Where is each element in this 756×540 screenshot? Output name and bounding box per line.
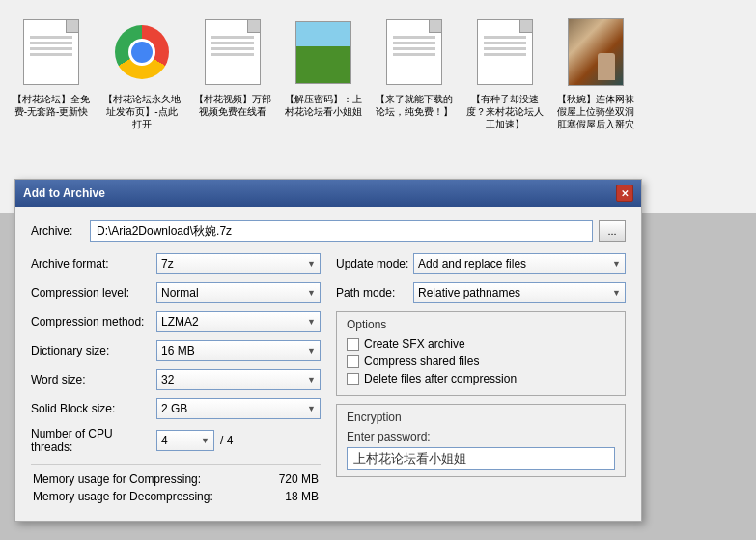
dictionary-size-row: Dictionary size: 16 MB ▼ bbox=[31, 340, 321, 361]
compression-method-select[interactable]: LZMA2 ▼ bbox=[156, 311, 321, 332]
cpu-threads-arrow: ▼ bbox=[201, 436, 210, 445]
icon-label-6: 【有种子却没速度？来村花论坛人工加速】 bbox=[465, 93, 545, 130]
compress-shared-label: Compress shared files bbox=[364, 355, 479, 368]
right-column: Update mode: Add and replace files ▼ Pat… bbox=[336, 253, 626, 507]
delete-after-row: Delete files after compression bbox=[347, 372, 615, 385]
cpu-threads-value: 4 bbox=[161, 434, 168, 447]
solid-block-size-arrow: ▼ bbox=[307, 404, 316, 413]
icon-label-4: 【解压密码】：上村花论坛看小姐姐 bbox=[284, 93, 363, 118]
solid-block-size-label: Solid Block size: bbox=[31, 402, 156, 415]
dictionary-size-arrow: ▼ bbox=[307, 346, 316, 355]
compression-level-select[interactable]: Normal ▼ bbox=[156, 282, 321, 303]
dialog-title: Add to Archive bbox=[23, 186, 105, 200]
word-size-row: Word size: 32 ▼ bbox=[31, 369, 321, 390]
path-mode-row: Path mode: Relative pathnames ▼ bbox=[336, 282, 626, 303]
compression-level-row: Compression level: Normal ▼ bbox=[31, 282, 321, 303]
options-title: Options bbox=[347, 318, 615, 331]
doc-icon-3 bbox=[199, 14, 266, 91]
left-column: Archive format: 7z ▼ Compression level: … bbox=[31, 253, 321, 507]
chrome-icon bbox=[108, 14, 176, 91]
word-size-select[interactable]: 32 ▼ bbox=[156, 369, 321, 390]
encryption-box: Encryption Enter password: bbox=[336, 404, 626, 477]
archive-format-select[interactable]: 7z ▼ bbox=[156, 253, 321, 274]
icon-label-1: 【村花论坛】全免费-无套路-更新快 bbox=[12, 93, 91, 118]
cpu-threads-select[interactable]: 4 ▼ bbox=[156, 430, 214, 451]
update-mode-select[interactable]: Add and replace files ▼ bbox=[413, 253, 626, 274]
memory-compressing-label: Memory usage for Compressing: bbox=[33, 472, 201, 486]
dialog-close-button[interactable]: ✕ bbox=[616, 185, 633, 202]
password-input[interactable] bbox=[347, 447, 615, 470]
desktop-icon-4[interactable]: 【解压密码】：上村花论坛看小姐姐 bbox=[280, 10, 367, 122]
update-mode-arrow: ▼ bbox=[612, 259, 621, 269]
cpu-threads-label: Number of CPU threads: bbox=[31, 427, 156, 454]
desktop-icon-5[interactable]: 【来了就能下载的论坛，纯免费！】 bbox=[371, 10, 458, 122]
create-sfx-label: Create SFX archive bbox=[364, 337, 465, 351]
dialog-body: Archive: ... Archive format: 7z ▼ Compre… bbox=[15, 207, 641, 521]
add-to-archive-dialog: Add to Archive ✕ Archive: ... Archive fo… bbox=[14, 179, 642, 522]
compression-method-arrow: ▼ bbox=[307, 317, 316, 327]
doc-icon-6 bbox=[471, 14, 539, 91]
archive-path-row: Archive: ... bbox=[31, 220, 626, 242]
icon-label-3: 【村花视频】万部视频免费在线看 bbox=[193, 93, 272, 118]
icon-label-5: 【来了就能下载的论坛，纯免费！】 bbox=[375, 93, 454, 118]
word-size-label: Word size: bbox=[31, 373, 156, 386]
compression-method-row: Compression method: LZMA2 ▼ bbox=[31, 311, 321, 332]
word-size-arrow: ▼ bbox=[307, 375, 316, 384]
update-mode-row: Update mode: Add and replace files ▼ bbox=[336, 253, 626, 274]
word-size-value: 32 bbox=[161, 373, 174, 386]
memory-decompressing-row: Memory usage for Decompressing: 18 MB bbox=[31, 490, 321, 503]
icon-label-2: 【村花论坛永久地址发布页】-点此打开 bbox=[102, 93, 182, 130]
path-mode-label: Path mode: bbox=[336, 286, 413, 299]
browse-button[interactable]: ... bbox=[599, 220, 626, 242]
desktop-icon-3[interactable]: 【村花视频】万部视频免费在线看 bbox=[189, 10, 276, 122]
dialog-titlebar: Add to Archive ✕ bbox=[15, 180, 641, 207]
encryption-title: Encryption bbox=[347, 411, 615, 424]
compress-shared-checkbox[interactable] bbox=[347, 355, 359, 368]
compression-method-value: LZMA2 bbox=[161, 315, 199, 328]
options-box: Options Create SFX archive Compress shar… bbox=[336, 311, 626, 396]
path-mode-value: Relative pathnames bbox=[418, 286, 520, 299]
archive-format-label: Archive format: bbox=[31, 257, 156, 270]
memory-compressing-row: Memory usage for Compressing: 720 MB bbox=[31, 472, 321, 486]
password-label: Enter password: bbox=[347, 430, 615, 443]
dictionary-size-select[interactable]: 16 MB ▼ bbox=[156, 340, 321, 361]
cpu-threads-row: Number of CPU threads: 4 ▼ / 4 bbox=[31, 427, 321, 454]
memory-decompressing-label: Memory usage for Decompressing: bbox=[33, 490, 213, 503]
compress-shared-row: Compress shared files bbox=[347, 355, 615, 368]
desktop-icon-2[interactable]: 【村花论坛永久地址发布页】-点此打开 bbox=[98, 10, 185, 134]
solid-block-size-select[interactable]: 2 GB ▼ bbox=[156, 398, 321, 419]
create-sfx-checkbox[interactable] bbox=[347, 338, 359, 351]
archive-format-value: 7z bbox=[161, 257, 174, 270]
delete-after-label: Delete files after compression bbox=[364, 372, 517, 385]
compression-level-value: Normal bbox=[161, 286, 199, 299]
landscape-icon bbox=[290, 14, 357, 91]
desktop-icon-6[interactable]: 【有种子却没速度？来村花论坛人工加速】 bbox=[462, 10, 548, 134]
delete-after-checkbox[interactable] bbox=[347, 373, 359, 385]
icon-label-7: 【秋婉】连体网袜假屋上位骑坐双洞肛塞假屋后入掰穴特写 bbox=[556, 93, 635, 131]
memory-decompressing-value: 18 MB bbox=[285, 490, 319, 503]
path-mode-arrow: ▼ bbox=[612, 288, 621, 298]
desktop-icon-7[interactable]: 【秋婉】连体网袜假屋上位骑坐双洞肛塞假屋后入掰穴特写 bbox=[552, 10, 639, 135]
compression-level-arrow: ▼ bbox=[307, 288, 316, 298]
compression-method-label: Compression method: bbox=[31, 315, 156, 328]
update-mode-label: Update mode: bbox=[336, 257, 413, 270]
archive-format-arrow: ▼ bbox=[307, 259, 316, 269]
path-mode-select[interactable]: Relative pathnames ▼ bbox=[413, 282, 626, 303]
archive-path-input[interactable] bbox=[90, 220, 593, 242]
cpu-total-label: / 4 bbox=[220, 434, 233, 447]
solid-block-size-row: Solid Block size: 2 GB ▼ bbox=[31, 398, 321, 419]
solid-block-size-value: 2 GB bbox=[161, 402, 187, 415]
create-sfx-row: Create SFX archive bbox=[347, 337, 615, 351]
two-column-layout: Archive format: 7z ▼ Compression level: … bbox=[31, 253, 626, 507]
dictionary-size-value: 16 MB bbox=[161, 344, 195, 357]
doc-icon-5 bbox=[380, 14, 448, 91]
compression-level-label: Compression level: bbox=[31, 286, 156, 299]
dictionary-size-label: Dictionary size: bbox=[31, 344, 156, 357]
doc-icon-1 bbox=[17, 14, 85, 91]
archive-path-label: Archive: bbox=[31, 224, 84, 238]
memory-compressing-value: 720 MB bbox=[279, 472, 319, 486]
photo-icon bbox=[562, 14, 630, 91]
desktop-icon-1[interactable]: 【村花论坛】全免费-无套路-更新快 bbox=[8, 10, 95, 122]
update-mode-value: Add and replace files bbox=[418, 257, 526, 270]
archive-format-row: Archive format: 7z ▼ bbox=[31, 253, 321, 274]
